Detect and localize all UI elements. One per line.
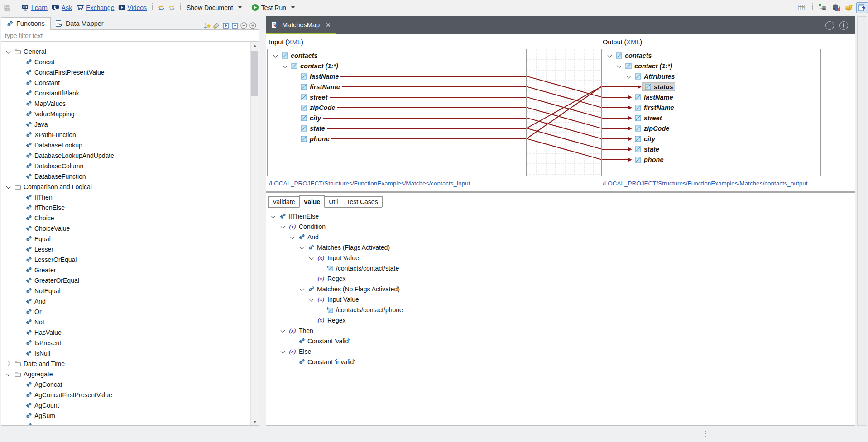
tab-test-cases[interactable]: Test Cases xyxy=(342,196,382,207)
function-tree-item[interactable]: IsNull xyxy=(1,348,250,358)
tab-util[interactable]: Util xyxy=(324,196,342,207)
close-icon[interactable] xyxy=(326,22,331,28)
function-tree-item[interactable]: Equal xyxy=(1,233,250,244)
value-tree-item[interactable]: (x)Regex xyxy=(267,315,854,325)
value-tree-item[interactable]: /contacts/contact/state xyxy=(267,263,854,273)
input-field-row[interactable]: state xyxy=(268,123,526,133)
eraser-icon[interactable] xyxy=(212,21,221,30)
input-xml-link[interactable]: XML xyxy=(288,38,301,46)
function-tree-item[interactable]: DatabaseLookup xyxy=(1,140,250,150)
value-tree-item[interactable]: (x)Regex xyxy=(267,273,854,284)
mapping-line[interactable] xyxy=(527,76,601,97)
function-tree-item[interactable]: Date and Time xyxy=(1,358,250,369)
function-tree-item[interactable]: Java xyxy=(1,119,250,129)
function-tree-item[interactable]: ConstantIfBlank xyxy=(1,88,250,98)
function-tree-item[interactable]: ChoiceValue xyxy=(1,223,250,233)
value-tree-item[interactable]: IfThenElse xyxy=(267,211,854,221)
value-tree-item[interactable]: /contacts/contact/phone xyxy=(267,304,854,315)
output-field-row[interactable]: contact (1:*) xyxy=(602,61,820,71)
function-tree-item[interactable]: And xyxy=(1,296,250,306)
learn-link[interactable]: Learn xyxy=(20,4,49,11)
output-field-row[interactable]: firstName xyxy=(602,102,820,113)
input-structure-link[interactable]: /LOCAL_PROJECT/Structures/FunctionExampl… xyxy=(269,180,470,187)
scrollbar-thumb[interactable] xyxy=(251,51,258,96)
videos-link[interactable]: Videos xyxy=(117,4,148,11)
input-field-row[interactable]: lastName xyxy=(268,71,526,81)
value-tree-item[interactable]: Constant 'invalid' xyxy=(267,356,854,367)
tab-matchesmap[interactable]: MatchesMap xyxy=(266,16,336,34)
sync-blue-icon[interactable] xyxy=(167,3,176,12)
value-tree-item[interactable]: (x)Else xyxy=(267,346,854,356)
function-tree-item[interactable]: IfThenElse xyxy=(1,202,250,213)
output-field-row[interactable]: city xyxy=(602,133,820,144)
value-tree-item[interactable]: (x)Then xyxy=(267,325,854,336)
function-tree-item[interactable]: AgConcat xyxy=(1,379,250,390)
function-tree-item[interactable]: Concat xyxy=(1,57,250,67)
chevron-open-icon[interactable] xyxy=(616,62,623,70)
chevron-open-icon[interactable] xyxy=(279,348,287,355)
function-tree-item[interactable]: MapValues xyxy=(1,98,250,109)
value-tree-item[interactable]: Constant 'valid' xyxy=(267,336,854,346)
chevron-closed-icon[interactable] xyxy=(5,360,12,367)
show-document-button[interactable]: Show Document xyxy=(185,3,244,12)
maximize-icon[interactable] xyxy=(839,21,848,30)
function-tree-item[interactable]: Choice xyxy=(1,213,250,223)
chevron-open-icon[interactable] xyxy=(279,223,287,230)
hierarchy-db-icon[interactable] xyxy=(817,2,829,13)
value-tree-item[interactable]: (x)Condition xyxy=(267,221,854,232)
collapse-all-icon[interactable] xyxy=(230,21,239,30)
input-field-row[interactable]: street xyxy=(268,92,526,102)
mapping-line[interactable] xyxy=(527,108,601,128)
functions-tree-scrollbar[interactable] xyxy=(250,42,259,425)
function-tree-item[interactable]: Greater xyxy=(1,265,250,275)
expand-all-icon[interactable] xyxy=(221,21,230,30)
output-xml-link[interactable]: XML xyxy=(626,38,640,46)
chevron-open-icon[interactable] xyxy=(5,48,12,55)
function-tree-item[interactable]: DatabaseLookupAndUpdate xyxy=(1,150,250,161)
coins-star-icon[interactable] xyxy=(843,2,855,13)
sync-gold-icon[interactable] xyxy=(157,3,166,12)
videos-link-label[interactable]: Videos xyxy=(127,4,147,11)
chevron-open-icon[interactable] xyxy=(298,285,306,293)
function-tree-item[interactable]: Comparison and Logical xyxy=(1,181,250,192)
function-tree-item[interactable]: Constant xyxy=(1,77,250,88)
chevron-open-icon[interactable] xyxy=(279,327,287,334)
function-tree-item[interactable]: GreaterOrEqual xyxy=(1,275,250,285)
minimize-icon[interactable] xyxy=(825,21,834,30)
function-tree-item[interactable]: DatabaseFunction xyxy=(1,171,250,181)
value-tree-item[interactable]: And xyxy=(267,232,854,242)
chevron-open-icon[interactable] xyxy=(5,183,12,190)
chevron-open-icon[interactable] xyxy=(282,62,289,70)
mapping-line[interactable] xyxy=(527,118,601,139)
function-tree-item[interactable]: General xyxy=(1,46,250,57)
function-tree-item[interactable]: ValueMapping xyxy=(1,109,250,119)
tab-validate[interactable]: Validate xyxy=(268,196,300,207)
output-field-row[interactable]: Attributes xyxy=(602,71,820,81)
chevron-open-icon[interactable] xyxy=(308,296,315,303)
output-field-row[interactable]: zipCode xyxy=(602,123,820,133)
db-chart-icon[interactable] xyxy=(830,2,842,13)
chevron-open-icon[interactable] xyxy=(289,233,296,241)
output-structure-link[interactable]: /LOCAL_PROJECT/Structures/FunctionExampl… xyxy=(603,180,807,187)
collapsed-side-tray[interactable] xyxy=(857,16,867,426)
function-tree-item[interactable]: ConcatFirstPresentValue xyxy=(1,67,250,77)
function-tree-item[interactable]: NotEqual xyxy=(1,285,250,296)
function-tree-item[interactable]: Not xyxy=(1,317,250,327)
input-field-row[interactable]: contact (1:*) xyxy=(268,61,526,71)
mapping-line[interactable] xyxy=(527,87,601,139)
tab-value[interactable]: Value xyxy=(299,195,325,208)
input-field-row[interactable]: phone xyxy=(268,133,526,144)
function-tree-item[interactable]: Aggregate xyxy=(1,369,250,379)
circle-minus-icon[interactable] xyxy=(239,21,248,30)
chevron-open-icon[interactable] xyxy=(298,244,306,251)
value-tree-item[interactable]: Matches (No Flags Activated) xyxy=(267,284,854,294)
function-tree-item[interactable]: LesserOrEqual xyxy=(1,254,250,265)
output-field-row[interactable]: contacts xyxy=(602,50,820,61)
star-arrows-icon[interactable] xyxy=(203,21,212,30)
input-field-row[interactable]: contacts xyxy=(268,50,526,61)
output-field-row[interactable]: street xyxy=(602,113,820,123)
chevron-open-icon[interactable] xyxy=(272,52,279,59)
tab-functions[interactable]: Functions xyxy=(1,17,51,30)
function-tree-item[interactable]: AgCount xyxy=(1,400,250,410)
value-tree-item[interactable]: (x)Input Value xyxy=(267,252,854,263)
